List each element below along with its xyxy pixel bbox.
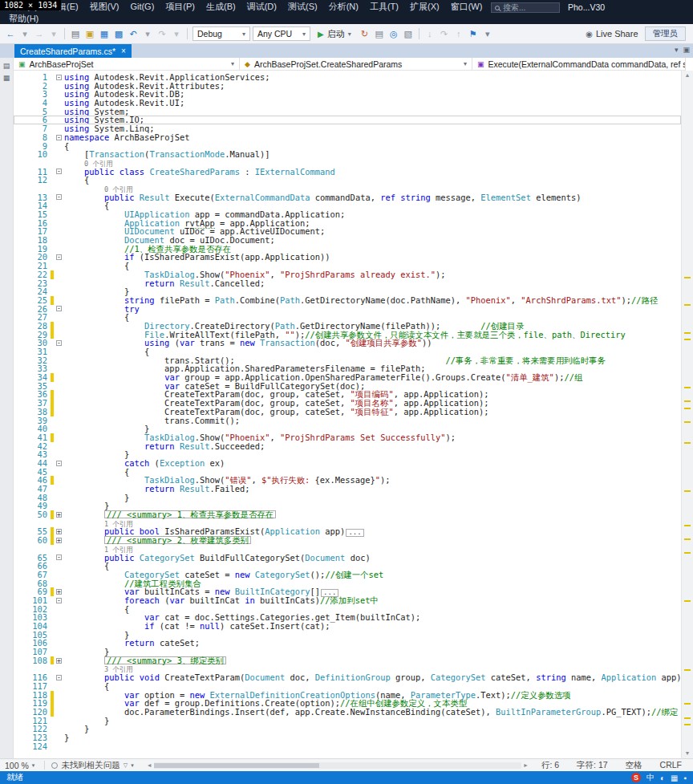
ime-mode-icon[interactable]: ◐	[660, 774, 665, 782]
code-row[interactable]: 122 }	[14, 725, 681, 733]
code-row[interactable]: 10 [Transaction(TransactionMode.Manual)]	[14, 150, 681, 159]
collapse-icon[interactable]: -	[56, 340, 62, 346]
expand-icon[interactable]: +	[56, 529, 62, 534]
menu-item-7[interactable]: 测试(S)	[282, 1, 323, 13]
breakpoint-margin[interactable]	[14, 699, 23, 708]
breakpoint-margin[interactable]	[14, 390, 23, 399]
breakpoint-margin[interactable]	[14, 502, 23, 510]
hscroll-track[interactable]	[154, 762, 521, 769]
code-row[interactable]: 8-namespace ArchBaseProjSet	[14, 133, 681, 142]
breakpoint-margin[interactable]	[14, 159, 23, 168]
breakpoint-margin[interactable]	[14, 519, 23, 528]
breakpoint-margin[interactable]	[14, 424, 23, 433]
breadcrumb-member[interactable]: ▣ Execute(ExternalCommandData commandDat…	[472, 58, 686, 70]
code-row[interactable]: 123}	[14, 733, 681, 742]
document-outline-icon[interactable]: ▦	[2, 74, 11, 82]
breakpoint-margin[interactable]	[14, 631, 23, 640]
breakpoint-margin[interactable]	[14, 90, 23, 99]
breakpoint-margin[interactable]	[14, 416, 23, 425]
document-list-caret-icon[interactable]: ▾	[675, 46, 679, 54]
breakpoint-margin[interactable]	[14, 442, 23, 451]
tray-more-icon[interactable]: ▪	[683, 774, 687, 782]
spaces-indicator[interactable]: 空格	[626, 760, 642, 771]
code-row[interactable]: 60+ /// <summary> 2、枚举建筑多类别	[14, 536, 681, 545]
scroll-up-icon[interactable]: ▲	[682, 71, 693, 80]
menu-item-4[interactable]: 项目(P)	[160, 1, 201, 13]
breakpoint-margin[interactable]	[14, 545, 23, 554]
code-row[interactable]: 108+ /// <summary> 3、绑定类别	[14, 656, 681, 665]
breakpoint-margin[interactable]	[14, 313, 23, 322]
zoom-control[interactable]: 100 % ▾	[5, 761, 38, 770]
collapse-icon[interactable]: -	[56, 306, 62, 311]
menu-item-2[interactable]: 视图(V)	[84, 1, 125, 13]
nav-back-icon[interactable]: ←	[4, 26, 17, 41]
save-all-icon[interactable]: ▩	[112, 26, 125, 41]
account-label[interactable]: Pho...V30	[568, 2, 605, 13]
breakpoint-margin[interactable]	[14, 536, 23, 545]
breakpoint-margin[interactable]	[14, 373, 23, 382]
hot-reload-icon[interactable]: ↻	[359, 26, 371, 41]
live-share-button[interactable]: ◉ Live Share	[586, 29, 638, 39]
close-icon[interactable]: ×	[121, 47, 126, 55]
breakpoint-margin[interactable]	[14, 399, 23, 408]
ime-language-icon[interactable]: 中	[646, 772, 654, 783]
breakpoint-margin[interactable]	[14, 682, 23, 691]
editor-vscrollbar[interactable]: ▲ ▼	[681, 71, 693, 758]
search-input[interactable]: 搜索...	[491, 2, 560, 13]
breakpoint-margin[interactable]	[14, 347, 23, 356]
line-ending-indicator[interactable]: CRLF	[660, 760, 682, 771]
breakpoint-margin[interactable]	[14, 150, 23, 159]
open-file-icon[interactable]: ▣	[83, 26, 96, 41]
breakpoint-margin[interactable]	[14, 450, 23, 459]
menu-item-9[interactable]: 工具(T)	[364, 1, 404, 13]
breakpoint-margin[interactable]	[14, 99, 23, 108]
tray-app-icon[interactable]: ▦	[671, 774, 678, 782]
scroll-right-icon[interactable]: ►	[523, 762, 529, 768]
menu-item-help[interactable]: 帮助(H)	[3, 13, 44, 24]
nav-forward-caret-icon[interactable]: ▾	[47, 26, 60, 41]
expand-icon[interactable]: +	[56, 538, 62, 543]
save-icon[interactable]: ▦	[98, 26, 111, 41]
breakpoint-margin[interactable]	[14, 587, 23, 596]
toolbox-icon[interactable]: ▤	[2, 62, 11, 70]
code-row[interactable]: 12 {	[14, 176, 681, 185]
breakpoint-margin[interactable]	[14, 73, 23, 82]
platform-dropdown[interactable]: Any CPU ▾	[253, 26, 310, 41]
breakpoint-margin[interactable]	[14, 356, 23, 365]
breakpoint-margin[interactable]	[14, 494, 23, 502]
breakpoint-margin[interactable]	[14, 527, 23, 536]
ime-sogou-icon[interactable]: S	[631, 773, 641, 782]
breakpoint-margin[interactable]	[14, 245, 23, 254]
breakpoint-margin[interactable]	[14, 176, 23, 185]
menu-item-6[interactable]: 调试(D)	[241, 1, 282, 13]
collapse-icon[interactable]: -	[56, 135, 62, 140]
breakpoint-margin[interactable]	[14, 717, 23, 725]
breakpoint-margin[interactable]	[14, 605, 23, 614]
breakpoint-margin[interactable]	[14, 270, 23, 279]
code-row[interactable]: 124	[14, 742, 681, 751]
breakpoint-margin[interactable]	[14, 622, 23, 631]
breakpoint-margin[interactable]	[14, 253, 23, 262]
breakpoint-margin[interactable]	[14, 201, 23, 210]
breakpoint-margin[interactable]	[14, 408, 23, 416]
more-tools-caret-icon[interactable]: ▾	[481, 26, 494, 41]
breakpoint-margin[interactable]	[14, 219, 23, 228]
breakpoint-margin[interactable]	[14, 185, 23, 193]
breakpoint-margin[interactable]	[14, 210, 23, 219]
breakpoint-margin[interactable]	[14, 236, 23, 245]
breakpoint-margin[interactable]	[14, 510, 23, 519]
redo-caret-icon[interactable]: ▾	[170, 26, 183, 41]
breakpoint-margin[interactable]	[14, 382, 23, 391]
new-file-icon[interactable]: ▤	[69, 26, 82, 41]
breakpoint-margin[interactable]	[14, 562, 23, 571]
breakpoint-margin[interactable]	[14, 296, 23, 305]
collapse-icon[interactable]: -	[56, 254, 62, 260]
code-row[interactable]: 11- public class CreateSharedParams : IE…	[14, 168, 681, 177]
code-row[interactable]: 121 }	[14, 717, 681, 725]
expand-icon[interactable]: +	[56, 658, 62, 664]
breakpoint-margin[interactable]	[14, 364, 23, 373]
breakpoint-margin[interactable]	[14, 193, 23, 202]
breakpoint-margin[interactable]	[14, 82, 23, 91]
breakpoint-margin[interactable]	[14, 596, 23, 605]
collapse-icon[interactable]: -	[56, 554, 62, 560]
